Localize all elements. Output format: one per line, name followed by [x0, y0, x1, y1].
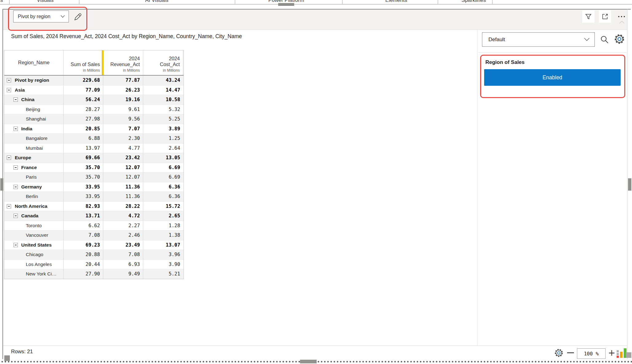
table-settings-button[interactable]	[554, 348, 564, 358]
table-row-bangalore[interactable]: Bangalore6.882.301.25	[4, 133, 184, 143]
value-cell: 9.56	[103, 114, 143, 124]
table-row-toronto[interactable]: Toronto6.622.271.28	[4, 221, 184, 231]
row-label-cell: Vancouver	[4, 231, 64, 240]
resize-handle-left[interactable]	[0, 178, 3, 191]
chevron-down-icon	[61, 15, 65, 18]
resize-handle-top[interactable]	[278, 3, 294, 6]
table-row-canada[interactable]: Canada13.714.722.65	[4, 211, 184, 221]
gear-icon	[554, 348, 564, 358]
panel-divider	[477, 30, 477, 346]
view-dropdown[interactable]: Default	[482, 32, 595, 47]
ribbon-tab-elements[interactable]: Elements	[385, 0, 407, 3]
value-cell: 5.25	[143, 114, 183, 124]
value-cell: 6.36	[143, 192, 183, 201]
collapse-icon[interactable]	[7, 78, 11, 82]
table-row-europe[interactable]: Europe69.6623.4213.05	[4, 153, 184, 163]
table-row-germany[interactable]: Germany33.9511.366.36	[4, 182, 184, 192]
search-button[interactable]	[600, 35, 609, 44]
row-label: India	[21, 126, 32, 132]
collapse-icon[interactable]	[7, 88, 11, 92]
value-cell: 14.47	[143, 85, 183, 95]
table-row-shanghai[interactable]: Shanghai27.989.565.25	[4, 114, 184, 124]
value-cell: 229.68	[64, 76, 103, 85]
value-cell: 20.88	[64, 250, 103, 259]
table-row-paris[interactable]: Paris35.7012.076.69	[4, 172, 184, 182]
value-cell: 6.69	[143, 163, 183, 172]
focus-mode-button[interactable]	[599, 10, 611, 23]
row-label-cell: Berlin	[4, 192, 64, 201]
column-header-1[interactable]: Sum of Salesin Millions	[64, 50, 103, 75]
value-cell: 35.70	[64, 172, 103, 182]
table-row-pivot-by-region[interactable]: Pivot by region229.6877.8743.24	[4, 76, 184, 85]
table-row-chicago[interactable]: Chicago20.887.083.96	[4, 250, 184, 259]
column-header-2[interactable]: 2024Revenue_Actin Millions	[103, 50, 143, 75]
value-cell: 2.30	[103, 134, 143, 143]
chevron-down-icon	[584, 38, 590, 41]
row-label: Chicago	[26, 252, 43, 257]
resize-handle-bottom-left[interactable]	[4, 355, 10, 361]
value-cell: 5.21	[143, 269, 183, 279]
ribbon-separator	[79, 0, 79, 4]
rows-count: Rows: 21	[11, 349, 33, 355]
filter-icon	[585, 13, 592, 20]
column-header-3[interactable]: 2024Cost_Actin Millions	[143, 50, 183, 75]
value-cell: 13.71	[64, 211, 103, 221]
zoom-out-button[interactable]	[567, 352, 574, 353]
value-cell: 9.49	[103, 269, 143, 279]
row-label: Europe	[15, 155, 31, 160]
table-row-berlin[interactable]: Berlin33.9511.366.36	[4, 192, 184, 201]
table-row-los-angeles[interactable]: Los Angeles20.446.933.90	[4, 259, 184, 269]
column-header-0[interactable]: Region_Name	[4, 50, 64, 75]
zoom-level-box[interactable]: 100 %	[577, 348, 606, 359]
table-row-vancouver[interactable]: Vancouver7.082.461.38	[4, 230, 184, 240]
zoom-in-button[interactable]: +	[607, 347, 616, 358]
row-label-cell: Europe	[4, 153, 64, 163]
collapse-icon[interactable]	[14, 127, 18, 131]
value-cell: 1.38	[143, 231, 183, 240]
table-row-north-america[interactable]: North America82.9328.2215.72	[4, 201, 184, 211]
table-row-mumbai[interactable]: Mumbai13.974.772.64	[4, 143, 184, 153]
table-body: Pivot by region229.6877.8743.24Asia77.09…	[4, 76, 184, 279]
report-dropdown[interactable]: Pivot by region	[13, 10, 69, 22]
resize-handle-bottom-right[interactable]	[626, 352, 631, 358]
value-cell: 12.07	[103, 163, 143, 172]
ribbon-tab-sparklines[interactable]: Sparklines	[461, 0, 486, 3]
table-row-china[interactable]: China56.2419.1610.58	[4, 95, 184, 105]
filter-button[interactable]	[582, 10, 594, 23]
row-label: Los Angeles	[26, 262, 52, 267]
more-options-button[interactable]	[615, 12, 628, 21]
value-cell: 26.23	[103, 85, 143, 95]
collapse-icon[interactable]	[7, 156, 11, 160]
ribbon-separator	[492, 0, 492, 4]
ribbon-clipped-label: s	[0, 0, 3, 3]
collapse-icon[interactable]	[14, 165, 18, 170]
settings-button[interactable]	[614, 33, 625, 45]
table-row-asia[interactable]: Asia77.0926.2314.47	[4, 85, 184, 95]
collapse-icon[interactable]	[14, 185, 18, 189]
value-cell: 33.95	[64, 182, 103, 192]
row-label: Beijing	[26, 107, 40, 112]
value-cell: 35.70	[64, 163, 103, 172]
ribbon-tab-ai-visuals[interactable]: AI Visuals	[145, 0, 168, 3]
collapse-icon[interactable]	[14, 97, 18, 102]
row-label-cell: China	[4, 95, 64, 105]
table-row-india[interactable]: India20.857.073.89	[4, 124, 184, 134]
scrollbar-thumb-vertical[interactable]	[628, 178, 631, 191]
edit-report-button[interactable]	[74, 13, 82, 21]
view-dropdown-value: Default	[488, 37, 505, 43]
row-label: Toronto	[26, 223, 42, 228]
table-row-united-states[interactable]: United States69.2323.4913.07	[4, 240, 184, 250]
value-cell: 56.24	[64, 95, 103, 105]
table-row-new-york-ci-[interactable]: New York Ci…27.909.495.21	[4, 269, 184, 279]
row-label-cell: Germany	[4, 182, 64, 192]
collapse-icon[interactable]	[14, 214, 18, 218]
row-label-cell: Chicago	[4, 250, 64, 259]
table-row-france[interactable]: France35.7012.076.69	[4, 163, 184, 172]
ribbon-tab-visuals[interactable]: Visuals	[37, 0, 54, 3]
collapse-icon[interactable]	[7, 204, 11, 208]
table-row-beijing[interactable]: Beijing28.279.615.32	[4, 105, 184, 114]
resize-handle-bottom[interactable]	[300, 360, 317, 363]
collapse-icon[interactable]	[14, 243, 18, 247]
enabled-toggle-button[interactable]: Enabled	[484, 69, 621, 86]
row-label: United States	[21, 242, 52, 248]
